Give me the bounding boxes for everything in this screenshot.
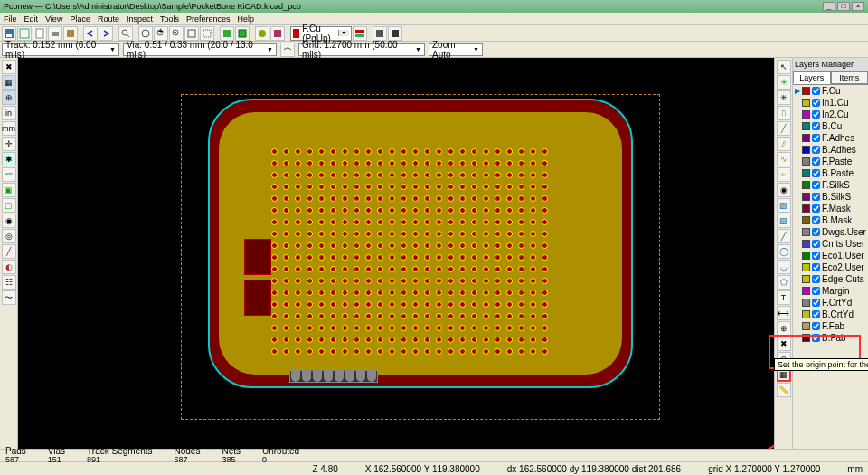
layer-row[interactable]: F.SilkS: [793, 179, 868, 191]
layer-checkbox[interactable]: [812, 240, 820, 248]
menu-route[interactable]: Route: [98, 14, 119, 24]
menu-inspect[interactable]: Inspect: [127, 14, 153, 24]
layer-row[interactable]: ▶F.Cu: [793, 85, 868, 97]
layer-row[interactable]: F.CrtYd: [793, 297, 868, 309]
menu-view[interactable]: View: [45, 14, 62, 24]
layer-row[interactable]: Margin: [793, 285, 868, 297]
save-icon[interactable]: [2, 26, 16, 41]
update-pcb-icon[interactable]: [255, 26, 269, 41]
menu-tools[interactable]: Tools: [160, 14, 179, 24]
draw-circle-icon[interactable]: ◯: [777, 244, 791, 259]
layer-row[interactable]: F.Adhes: [793, 132, 868, 144]
layer-checkbox[interactable]: [812, 193, 820, 201]
add-via-icon[interactable]: ◉: [777, 183, 791, 197]
fill-zones-icon[interactable]: ▣: [2, 183, 16, 197]
zoom-fit-icon[interactable]: [184, 26, 199, 41]
zoom-selection-icon[interactable]: [200, 26, 214, 41]
layer-row[interactable]: B.Paste: [793, 167, 868, 179]
add-zone-icon[interactable]: ▨: [777, 198, 791, 213]
layer-checkbox[interactable]: [812, 287, 820, 295]
layer-row[interactable]: Eco2.User: [793, 261, 868, 273]
redo-icon[interactable]: [99, 26, 113, 41]
pad-outline-icon[interactable]: ◉: [2, 214, 16, 228]
units-mm-icon[interactable]: mm: [2, 121, 16, 136]
add-dimension-icon[interactable]: ⟷: [777, 306, 791, 320]
track-outline-icon[interactable]: ╱: [2, 244, 16, 259]
layer-row[interactable]: F.Mask: [793, 203, 868, 214]
highlight-net-icon[interactable]: ☀: [777, 75, 791, 90]
layer-checkbox[interactable]: [812, 122, 820, 130]
tune-length-icon[interactable]: ∿: [777, 152, 791, 166]
grid-visibility-icon[interactable]: ▦: [2, 75, 16, 90]
layer-row[interactable]: In1.Cu: [793, 97, 868, 109]
add-text-icon[interactable]: T: [777, 290, 791, 305]
auto-track-icon[interactable]: [280, 43, 295, 57]
via-outline-icon[interactable]: ◎: [2, 229, 16, 243]
board-setup-icon[interactable]: [17, 26, 32, 41]
layer-checkbox[interactable]: [812, 252, 820, 260]
layer-checkbox[interactable]: [812, 275, 820, 283]
track-width-combo[interactable]: Track: 0.152 mm (6.00 mils)▼: [2, 43, 119, 56]
layer-checkbox[interactable]: [812, 216, 820, 224]
show-ratsnest-icon[interactable]: ✱: [2, 152, 16, 166]
scripting-console-icon[interactable]: [388, 26, 402, 41]
maximize-button[interactable]: □: [837, 2, 850, 11]
show-drc-icon[interactable]: ✖: [2, 60, 16, 74]
page-settings-icon[interactable]: [33, 26, 47, 41]
layer-row[interactable]: In2.Cu: [793, 109, 868, 120]
add-keepout-icon[interactable]: ▧: [777, 214, 791, 228]
minimize-button[interactable]: _: [823, 2, 835, 11]
layer-row[interactable]: B.CrtYd: [793, 309, 868, 320]
layer-checkbox[interactable]: [812, 181, 820, 189]
contrast-mode-icon[interactable]: ◐: [2, 260, 16, 274]
add-footprint-icon[interactable]: ⎍: [777, 106, 791, 120]
layer-selector[interactable]: F.Cu (PgUp) ▼: [290, 26, 352, 41]
menu-preferences[interactable]: Preferences: [186, 14, 231, 24]
draw-line-icon[interactable]: ╱: [777, 229, 791, 243]
outline-zones-icon[interactable]: ▢: [2, 198, 16, 213]
layer-checkbox[interactable]: [812, 110, 820, 119]
close-button[interactable]: ×: [852, 2, 864, 11]
layer-row[interactable]: Edge.Cuts: [793, 273, 868, 285]
zoom-redraw-icon[interactable]: [138, 26, 153, 41]
layers-manager-toggle-icon[interactable]: ☷: [2, 275, 16, 290]
script-icon[interactable]: [373, 26, 387, 41]
layer-row[interactable]: Dwgs.User: [793, 226, 868, 238]
layer-row[interactable]: B.Adhes: [793, 144, 868, 156]
microwave-toolbar-icon[interactable]: 〜: [2, 290, 16, 305]
via-size-combo[interactable]: Via: 0.51 / 0.33 mm (20.0 / 13.0 mils)▼: [123, 43, 277, 56]
layer-checkbox[interactable]: [812, 87, 820, 95]
footprint-editor-icon[interactable]: [220, 26, 234, 41]
layer-row[interactable]: Eco1.User: [793, 250, 868, 261]
footprint-browser-icon[interactable]: [235, 26, 250, 41]
layer-checkbox[interactable]: [812, 263, 820, 271]
layer-checkbox[interactable]: [812, 146, 820, 154]
layer-checkbox[interactable]: [812, 299, 820, 307]
measure-icon[interactable]: 📏: [777, 383, 791, 397]
menu-place[interactable]: Place: [70, 14, 90, 24]
local-ratsnest-icon[interactable]: ✳: [777, 90, 791, 105]
polar-coords-icon[interactable]: ⊕: [2, 90, 16, 105]
layer-checkbox[interactable]: [812, 310, 820, 318]
layer-row[interactable]: F.Paste: [793, 156, 868, 167]
layer-row[interactable]: Cmts.User: [793, 238, 868, 250]
curved-ratsnest-icon[interactable]: 〰: [2, 167, 16, 182]
grid-combo[interactable]: Grid: 1.2700 mm (50.00 mils)▼: [298, 43, 425, 56]
route-diffpair-icon[interactable]: ⫽: [777, 137, 791, 151]
layer-checkbox[interactable]: [812, 134, 820, 142]
layer-checkbox[interactable]: [812, 322, 820, 330]
zoom-combo[interactable]: Zoom Auto▼: [429, 43, 483, 56]
menu-file[interactable]: File: [4, 14, 17, 24]
pcb-canvas[interactable]: 1. set the origin point for the grid: [18, 58, 774, 449]
zoom-out-icon[interactable]: -: [169, 26, 184, 41]
menu-edit[interactable]: Edit: [24, 14, 39, 24]
find-icon[interactable]: [118, 26, 133, 41]
layer-row[interactable]: B.SilkS: [793, 191, 868, 203]
tab-items[interactable]: Items: [831, 71, 869, 84]
plot-icon[interactable]: [63, 26, 78, 41]
drc-icon[interactable]: [270, 26, 285, 41]
layer-row[interactable]: B.Cu: [793, 120, 868, 132]
add-target-icon[interactable]: ⊕: [777, 321, 791, 336]
draw-polygon-icon[interactable]: ⬠: [777, 275, 791, 290]
layer-row[interactable]: B.Mask: [793, 214, 868, 226]
